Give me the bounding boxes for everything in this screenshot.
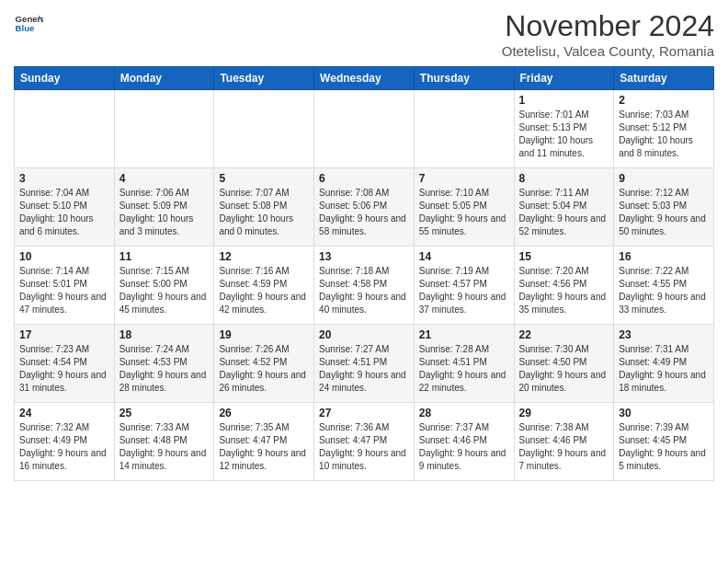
day-number: 28 <box>419 407 509 419</box>
day-number: 20 <box>319 328 409 341</box>
calendar-table: SundayMondayTuesdayWednesdayThursdayFrid… <box>14 66 714 481</box>
day-number: 18 <box>119 328 210 341</box>
weekday-header-thursday: Thursday <box>414 67 514 90</box>
day-cell: 3Sunrise: 7:04 AM Sunset: 5:10 PM Daylig… <box>15 168 115 247</box>
day-cell: 17Sunrise: 7:23 AM Sunset: 4:54 PM Dayli… <box>15 325 115 403</box>
day-info: Sunrise: 7:39 AM Sunset: 4:45 PM Dayligh… <box>619 421 709 473</box>
day-number: 8 <box>519 172 609 185</box>
day-info: Sunrise: 7:14 AM Sunset: 5:01 PM Dayligh… <box>19 265 109 316</box>
day-cell: 30Sunrise: 7:39 AM Sunset: 4:45 PM Dayli… <box>614 403 714 481</box>
day-info: Sunrise: 7:16 AM Sunset: 4:59 PM Dayligh… <box>219 265 309 316</box>
day-info: Sunrise: 7:37 AM Sunset: 4:46 PM Dayligh… <box>419 421 509 473</box>
day-number: 15 <box>519 250 609 263</box>
day-cell: 24Sunrise: 7:32 AM Sunset: 4:49 PM Dayli… <box>15 403 115 481</box>
day-cell: 9Sunrise: 7:12 AM Sunset: 5:03 PM Daylig… <box>614 168 714 247</box>
day-number: 19 <box>219 328 309 341</box>
day-info: Sunrise: 7:38 AM Sunset: 4:46 PM Dayligh… <box>519 421 609 473</box>
day-number: 14 <box>419 250 509 263</box>
day-cell: 12Sunrise: 7:16 AM Sunset: 4:59 PM Dayli… <box>214 247 314 325</box>
day-info: Sunrise: 7:32 AM Sunset: 4:49 PM Dayligh… <box>19 421 109 473</box>
day-cell <box>314 90 415 168</box>
day-cell: 4Sunrise: 7:06 AM Sunset: 5:09 PM Daylig… <box>114 168 214 247</box>
day-info: Sunrise: 7:26 AM Sunset: 4:52 PM Dayligh… <box>219 343 309 395</box>
day-number: 6 <box>319 172 409 185</box>
day-info: Sunrise: 7:24 AM Sunset: 4:53 PM Dayligh… <box>119 343 210 395</box>
day-number: 10 <box>19 250 109 263</box>
day-cell <box>15 90 115 168</box>
day-cell: 7Sunrise: 7:10 AM Sunset: 5:05 PM Daylig… <box>414 168 514 247</box>
day-info: Sunrise: 7:36 AM Sunset: 4:47 PM Dayligh… <box>319 421 409 473</box>
day-number: 4 <box>119 172 210 185</box>
svg-text:Blue: Blue <box>16 23 35 33</box>
day-cell <box>214 90 314 168</box>
week-row-5: 24Sunrise: 7:32 AM Sunset: 4:49 PM Dayli… <box>15 403 714 481</box>
day-cell <box>414 90 514 168</box>
week-row-3: 10Sunrise: 7:14 AM Sunset: 5:01 PM Dayli… <box>15 247 714 325</box>
day-number: 29 <box>519 407 609 419</box>
day-number: 22 <box>519 328 609 341</box>
page-header: General Blue November 2024 Otetelisu, Va… <box>14 9 714 59</box>
day-number: 11 <box>119 250 210 263</box>
day-info: Sunrise: 7:07 AM Sunset: 5:08 PM Dayligh… <box>219 187 309 238</box>
weekday-header-friday: Friday <box>514 67 614 90</box>
day-cell: 5Sunrise: 7:07 AM Sunset: 5:08 PM Daylig… <box>214 168 314 247</box>
day-info: Sunrise: 7:20 AM Sunset: 4:56 PM Dayligh… <box>519 265 609 316</box>
day-cell: 26Sunrise: 7:35 AM Sunset: 4:47 PM Dayli… <box>214 403 314 481</box>
day-number: 23 <box>619 328 709 341</box>
week-row-4: 17Sunrise: 7:23 AM Sunset: 4:54 PM Dayli… <box>15 325 714 403</box>
day-info: Sunrise: 7:18 AM Sunset: 4:58 PM Dayligh… <box>319 265 409 316</box>
day-info: Sunrise: 7:30 AM Sunset: 4:50 PM Dayligh… <box>519 343 609 395</box>
week-row-2: 3Sunrise: 7:04 AM Sunset: 5:10 PM Daylig… <box>15 168 714 247</box>
day-cell: 14Sunrise: 7:19 AM Sunset: 4:57 PM Dayli… <box>414 247 514 325</box>
day-cell: 6Sunrise: 7:08 AM Sunset: 5:06 PM Daylig… <box>314 168 415 247</box>
day-info: Sunrise: 7:28 AM Sunset: 4:51 PM Dayligh… <box>419 343 509 395</box>
weekday-header-tuesday: Tuesday <box>214 67 314 90</box>
day-info: Sunrise: 7:19 AM Sunset: 4:57 PM Dayligh… <box>419 265 509 316</box>
day-number: 13 <box>319 250 409 263</box>
day-number: 1 <box>519 94 609 107</box>
day-info: Sunrise: 7:22 AM Sunset: 4:55 PM Dayligh… <box>619 265 709 316</box>
day-info: Sunrise: 7:11 AM Sunset: 5:04 PM Dayligh… <box>519 187 609 238</box>
day-cell: 15Sunrise: 7:20 AM Sunset: 4:56 PM Dayli… <box>514 247 614 325</box>
day-number: 3 <box>19 172 109 185</box>
day-number: 9 <box>619 172 709 185</box>
day-cell: 22Sunrise: 7:30 AM Sunset: 4:50 PM Dayli… <box>514 325 614 403</box>
day-number: 5 <box>219 172 309 185</box>
day-cell: 21Sunrise: 7:28 AM Sunset: 4:51 PM Dayli… <box>414 325 514 403</box>
day-number: 12 <box>219 250 309 263</box>
day-cell: 2Sunrise: 7:03 AM Sunset: 5:12 PM Daylig… <box>614 90 714 168</box>
day-number: 25 <box>119 407 210 419</box>
day-number: 17 <box>19 328 109 341</box>
logo-icon: General Blue <box>14 9 43 39</box>
weekday-header-row: SundayMondayTuesdayWednesdayThursdayFrid… <box>15 67 714 90</box>
day-cell: 18Sunrise: 7:24 AM Sunset: 4:53 PM Dayli… <box>114 325 214 403</box>
day-cell: 1Sunrise: 7:01 AM Sunset: 5:13 PM Daylig… <box>514 90 614 168</box>
day-info: Sunrise: 7:15 AM Sunset: 5:00 PM Dayligh… <box>119 265 210 316</box>
day-info: Sunrise: 7:06 AM Sunset: 5:09 PM Dayligh… <box>119 187 210 238</box>
logo: General Blue <box>14 9 43 39</box>
day-number: 30 <box>619 407 709 419</box>
day-info: Sunrise: 7:31 AM Sunset: 4:49 PM Dayligh… <box>619 343 709 395</box>
day-info: Sunrise: 7:04 AM Sunset: 5:10 PM Dayligh… <box>19 187 109 238</box>
day-info: Sunrise: 7:27 AM Sunset: 4:51 PM Dayligh… <box>319 343 409 395</box>
title-area: November 2024 Otetelisu, Valcea County, … <box>502 9 714 59</box>
day-cell: 13Sunrise: 7:18 AM Sunset: 4:58 PM Dayli… <box>314 247 415 325</box>
day-cell: 29Sunrise: 7:38 AM Sunset: 4:46 PM Dayli… <box>514 403 614 481</box>
day-info: Sunrise: 7:03 AM Sunset: 5:12 PM Dayligh… <box>619 109 709 160</box>
day-number: 24 <box>19 407 109 419</box>
weekday-header-wednesday: Wednesday <box>314 67 415 90</box>
day-info: Sunrise: 7:08 AM Sunset: 5:06 PM Dayligh… <box>319 187 409 238</box>
day-cell: 27Sunrise: 7:36 AM Sunset: 4:47 PM Dayli… <box>314 403 415 481</box>
day-number: 7 <box>419 172 509 185</box>
location-subtitle: Otetelisu, Valcea County, Romania <box>502 43 714 59</box>
weekday-header-sunday: Sunday <box>15 67 115 90</box>
day-cell: 23Sunrise: 7:31 AM Sunset: 4:49 PM Dayli… <box>614 325 714 403</box>
day-cell: 16Sunrise: 7:22 AM Sunset: 4:55 PM Dayli… <box>614 247 714 325</box>
day-cell: 19Sunrise: 7:26 AM Sunset: 4:52 PM Dayli… <box>214 325 314 403</box>
day-info: Sunrise: 7:10 AM Sunset: 5:05 PM Dayligh… <box>419 187 509 238</box>
day-cell: 25Sunrise: 7:33 AM Sunset: 4:48 PM Dayli… <box>114 403 214 481</box>
weekday-header-monday: Monday <box>114 67 214 90</box>
day-info: Sunrise: 7:35 AM Sunset: 4:47 PM Dayligh… <box>219 421 309 473</box>
day-cell: 20Sunrise: 7:27 AM Sunset: 4:51 PM Dayli… <box>314 325 415 403</box>
day-cell: 28Sunrise: 7:37 AM Sunset: 4:46 PM Dayli… <box>414 403 514 481</box>
